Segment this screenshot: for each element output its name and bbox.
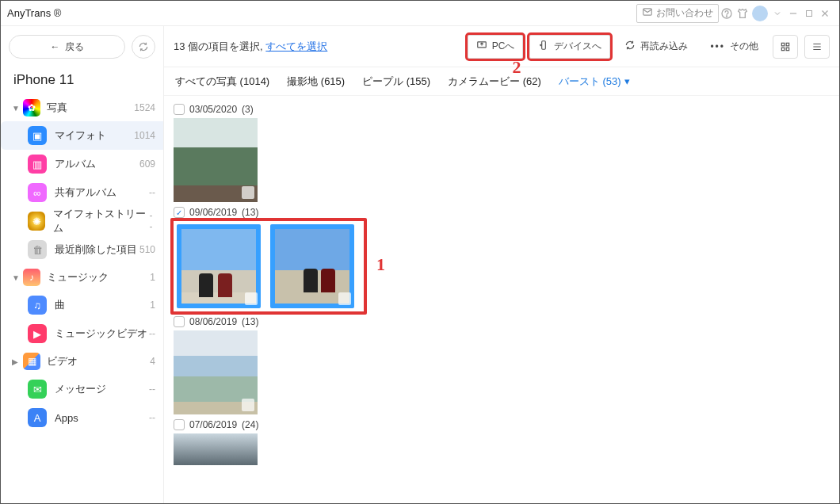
item-label: アルバム bbox=[55, 157, 96, 171]
section-count: 1524 bbox=[134, 102, 155, 113]
sidebar-item-shared[interactable]: ∞ 共有アルバム -- bbox=[1, 178, 163, 207]
contact-label: お問い合わせ bbox=[656, 6, 713, 20]
flower-icon: ✿ bbox=[23, 99, 40, 116]
app-window: AnyTrans ® お問い合わせ bbox=[0, 0, 840, 504]
sidebar-item-deleted[interactable]: 🗑 最近削除した項目 510 bbox=[1, 235, 163, 264]
to-device-button[interactable]: デバイスへ bbox=[529, 35, 610, 59]
sidebar-item-album[interactable]: ▥ アルバム 609 bbox=[1, 150, 163, 178]
video-icon: ▶ bbox=[28, 324, 47, 343]
photo-thumb[interactable] bbox=[174, 118, 258, 202]
to-pc-button[interactable]: PCへ bbox=[468, 35, 524, 59]
annotation-2: 2 bbox=[512, 57, 521, 78]
checkbox-icon[interactable] bbox=[174, 419, 185, 430]
tab-places[interactable]: 撮影地 (615) bbox=[287, 74, 345, 89]
toolbar: 13 個の項目を選択, すべてを選択 PCへ デバイスへ bbox=[164, 26, 839, 67]
close-icon[interactable] bbox=[817, 6, 833, 21]
item-label: メッセージ bbox=[55, 382, 106, 396]
date-count: (24) bbox=[242, 419, 258, 430]
item-count: -- bbox=[149, 328, 155, 339]
reload-button[interactable]: 再読み込み bbox=[617, 35, 696, 59]
minimize-icon[interactable] bbox=[785, 6, 801, 21]
tab-all-photos[interactable]: すべての写真 (1014) bbox=[175, 74, 269, 89]
maximize-icon[interactable] bbox=[801, 6, 817, 21]
tab-burst[interactable]: バースト (53) ▾ bbox=[559, 74, 630, 89]
envelope-icon bbox=[642, 6, 653, 20]
date-group-header[interactable]: 08/06/2019 (13) bbox=[174, 316, 831, 327]
item-label: 曲 bbox=[55, 298, 65, 312]
sidebar-item-musicvideo[interactable]: ▶ ミュージックビデオ -- bbox=[1, 319, 163, 348]
select-all-link[interactable]: すべてを選択 bbox=[265, 40, 327, 52]
item-label: マイフォト bbox=[55, 128, 106, 143]
chevron-down-icon: ▾ bbox=[624, 75, 630, 87]
photo-icon: ▣ bbox=[28, 126, 47, 145]
more-icon: ••• bbox=[710, 41, 725, 52]
item-count: 1014 bbox=[134, 130, 155, 141]
date-count: (13) bbox=[242, 316, 258, 327]
avatar[interactable] bbox=[752, 6, 768, 21]
svg-rect-9 bbox=[786, 48, 789, 51]
photo-thumb-selected[interactable] bbox=[177, 224, 261, 308]
date-group-header[interactable]: 07/06/2019 (24) bbox=[174, 419, 831, 430]
date-group-header[interactable]: ✓ 09/06/2019 (13) bbox=[174, 207, 831, 218]
list-view-button[interactable] bbox=[804, 35, 830, 59]
sidebar-section-video[interactable]: ▶ ▦ ビデオ 4 bbox=[1, 348, 163, 375]
date-group-header[interactable]: 03/05/2020 (3) bbox=[174, 104, 831, 115]
more-button[interactable]: ••• その他 bbox=[702, 35, 766, 59]
sidebar-item-songs[interactable]: ♫ 曲 1 bbox=[1, 291, 163, 319]
to-pc-label: PCへ bbox=[492, 40, 515, 53]
tab-camera[interactable]: カメラムービー (62) bbox=[448, 74, 541, 89]
svg-rect-3 bbox=[807, 10, 812, 16]
date-label: 08/06/2019 bbox=[189, 316, 237, 327]
photo-thumb[interactable] bbox=[174, 433, 258, 465]
checkbox-checked-icon[interactable]: ✓ bbox=[174, 207, 185, 218]
item-count: -- bbox=[149, 384, 155, 395]
svg-rect-5 bbox=[542, 41, 546, 50]
trash-icon: 🗑 bbox=[28, 240, 47, 259]
reload-label: 再読み込み bbox=[640, 40, 688, 53]
chevron-down-icon[interactable] bbox=[769, 6, 785, 21]
photo-thumb-selected[interactable] bbox=[270, 224, 354, 308]
sidebar-section-photos[interactable]: ▼ ✿ 写真 1524 bbox=[1, 94, 163, 121]
more-label: その他 bbox=[730, 40, 758, 53]
photo-thumb[interactable] bbox=[174, 330, 258, 414]
message-icon: ✉ bbox=[28, 380, 47, 399]
arrow-left-icon: ← bbox=[51, 41, 60, 52]
help-icon[interactable] bbox=[719, 6, 735, 21]
tshirt-icon[interactable] bbox=[735, 6, 750, 21]
to-device-label: デバイスへ bbox=[554, 40, 601, 53]
item-count: -- bbox=[149, 187, 155, 198]
item-label: Apps bbox=[55, 412, 78, 424]
sidebar-item-stream[interactable]: ✺ マイフォトストリーム -- bbox=[1, 207, 163, 235]
tab-burst-label: バースト (53) bbox=[559, 74, 621, 89]
tab-people[interactable]: ピープル (155) bbox=[362, 74, 430, 89]
share-icon: ∞ bbox=[28, 183, 47, 202]
section-label: ミュージック bbox=[47, 270, 109, 284]
date-label: 03/05/2020 bbox=[189, 104, 237, 115]
date-count: (13) bbox=[242, 207, 258, 218]
stack-icon bbox=[338, 292, 351, 305]
svg-rect-8 bbox=[781, 48, 785, 51]
item-label: 共有アルバム bbox=[55, 185, 116, 200]
item-count: 1 bbox=[150, 300, 155, 311]
caret-down-icon: ▼ bbox=[12, 104, 21, 113]
checkbox-icon[interactable] bbox=[174, 104, 185, 115]
music-icon: ♪ bbox=[23, 269, 40, 286]
stack-icon bbox=[242, 186, 254, 199]
titlebar: AnyTrans ® お問い合わせ bbox=[1, 1, 839, 26]
stack-icon bbox=[245, 292, 258, 305]
grid-view-button[interactable] bbox=[773, 35, 798, 59]
section-label: 写真 bbox=[47, 101, 67, 115]
sidebar-item-apps[interactable]: A Apps -- bbox=[1, 403, 163, 432]
selection-prefix: 13 個の項目を選択, bbox=[174, 40, 263, 52]
item-count: -- bbox=[149, 412, 155, 423]
sidebar-section-music[interactable]: ▼ ♪ ミュージック 1 bbox=[1, 264, 163, 291]
date-count: (3) bbox=[242, 104, 254, 115]
contact-button[interactable]: お問い合わせ bbox=[636, 4, 719, 23]
video-tiles-icon: ▦ bbox=[23, 353, 40, 370]
item-count: 609 bbox=[139, 158, 155, 170]
back-button[interactable]: ← 戻る bbox=[9, 35, 125, 59]
sidebar-item-myphotos[interactable]: ▣ マイフォト 1014 bbox=[1, 121, 163, 150]
sidebar-item-messages[interactable]: ✉ メッセージ -- bbox=[1, 375, 163, 403]
checkbox-icon[interactable] bbox=[174, 316, 185, 327]
refresh-button[interactable] bbox=[132, 35, 155, 59]
